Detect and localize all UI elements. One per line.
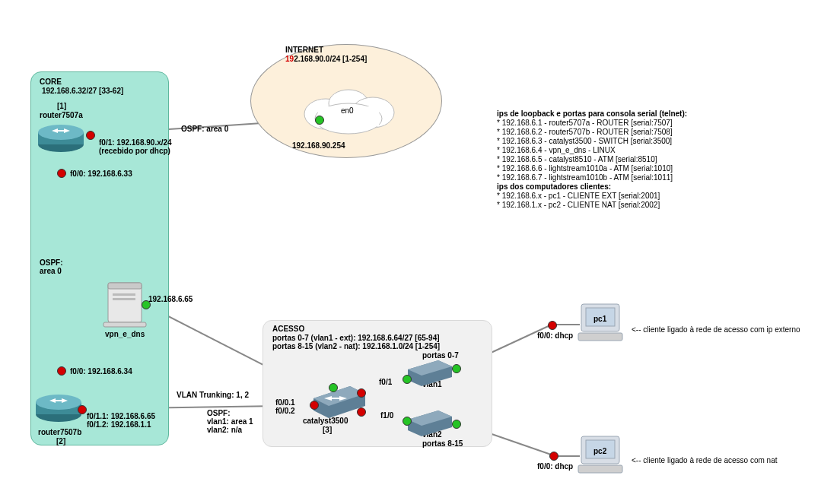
r1-f00: f0/0: 192.168.6.33: [70, 170, 132, 178]
r2-sub2: f0/1.2: 192.168.1.1: [87, 420, 151, 429]
vpn-name: vpn_e_dns: [105, 330, 145, 338]
pc1-desc: <-- cliente ligado à rede de acesso com …: [632, 325, 800, 334]
catalyst-port-r1: [357, 388, 366, 398]
r1-f01-a: f0/1: 192.168.90.x/24: [99, 138, 172, 147]
r2-sub1: f0/1.1: 192.168.6.65: [87, 412, 155, 420]
trunk-label: VLAN Trunking: 1, 2: [177, 391, 249, 399]
catalyst-idx: [3]: [323, 426, 332, 434]
catalyst-f001: f0/0.1: [275, 398, 295, 407]
internet-title: INTERNET: [285, 46, 323, 54]
pc1-port: [548, 321, 557, 330]
vlan1-label: vlan1: [422, 380, 442, 388]
catalyst-f01: f0/1: [379, 378, 392, 386]
catalyst-port-r2: [357, 407, 366, 417]
vlan1-port-right: [452, 364, 461, 373]
acesso-l1: portas 0-7 (vlan1 - ext): 192.168.6.64/2…: [272, 334, 440, 342]
pc2-if: f0/0: dhcp: [537, 462, 573, 471]
trunk-ospf-v1: vlan1: area 1: [207, 417, 253, 426]
vlan2-ports: portas 8-15: [422, 439, 463, 448]
acesso-title: ACESSO: [272, 325, 304, 333]
ospf-core-2: area 0: [40, 267, 62, 275]
pc1-if: f0/0: dhcp: [537, 331, 573, 340]
info-block: ips de loopback e portas para consola se…: [497, 109, 687, 210]
r2-port-f01: [78, 405, 87, 414]
r2-name: router7507b: [38, 428, 81, 436]
vpn-ip: 192.168.6.65: [148, 295, 193, 303]
trunk-ospf-v2: vlan2: n/a: [207, 426, 242, 434]
catalyst-f10: f1/0: [380, 411, 393, 420]
internet-gw-label: 192.168.90.254: [292, 141, 345, 150]
vlan2-port-right: [452, 420, 461, 429]
catalyst-name: catalyst3500: [303, 417, 348, 425]
info-l2: * 192.168.6.2 - router5707b - ROUTER [se…: [497, 128, 687, 137]
r1-port-f01: [86, 131, 95, 140]
info-h2: ips dos computadores clientes:: [497, 182, 687, 192]
catalyst-port-top: [329, 383, 338, 392]
trunk-ospf: OSPF:: [207, 409, 231, 417]
r1-idx: [1]: [57, 102, 66, 110]
cloud-label: en0: [341, 106, 354, 115]
r2-port-f00: [57, 366, 66, 376]
vlan2-port-left: [403, 417, 412, 426]
ospf-core-1: OSPF:: [40, 258, 63, 267]
internet-port: [315, 116, 324, 125]
internet-subnet: 192.168.90.0/24 [1-254]: [285, 55, 367, 63]
core-title: CORE: [40, 78, 62, 86]
svg-rect-35: [578, 333, 622, 341]
catalyst-port-left: [310, 401, 319, 410]
vlan1-ports: portas 0-7: [422, 351, 459, 360]
pc2-label: pc2: [593, 447, 606, 455]
pc2-desc: <-- cliente ligado à rede de acesso com …: [632, 456, 778, 464]
r2-idx: [2]: [56, 437, 65, 445]
info-l7: * 192.168.6.7 - lightstream1010b - ATM […: [497, 173, 687, 182]
info-h1: ips de loopback e portas para consola se…: [497, 109, 687, 119]
info-l1: * 192.168.6.1 - router5707a - ROUTER [se…: [497, 119, 687, 128]
info-l4: * 192.168.6.4 - vpn_e_dns - LINUX: [497, 146, 687, 155]
info-c2: * 192.168.1.x - pc2 - CLIENTE NAT [seria…: [497, 201, 687, 210]
info-l5: * 192.168.6.5 - catalyst8510 - ATM [seri…: [497, 155, 687, 164]
ospf-r1: OSPF: area 0: [181, 125, 228, 133]
info-l3: * 192.168.6.3 - catalyst3500 - SWITCH [s…: [497, 137, 687, 146]
vlan2-label: vlan2: [422, 430, 442, 439]
r1-name: router7507a: [40, 111, 83, 119]
core-subnet: 192.168.6.32/27 [33-62]: [42, 87, 123, 95]
r2-f00: f0/0: 192.168.6.34: [70, 367, 132, 376]
svg-rect-38: [578, 465, 622, 473]
catalyst-f002: f0/0.2: [275, 407, 295, 415]
vpn-port: [142, 300, 151, 309]
pc1-label: pc1: [593, 315, 606, 323]
r1-port-f00: [57, 169, 66, 178]
r1-f01-b: (recebido por dhcp): [99, 147, 170, 155]
pc2-port: [549, 452, 558, 461]
acesso-l2: portas 8-15 (vlan2 - nat): 192.168.1.0/2…: [272, 342, 440, 350]
info-l6: * 192.168.6.6 - lightstream1010a - ATM […: [497, 164, 687, 173]
vlan1-port-left: [403, 375, 412, 384]
info-c1: * 192.168.6.x - pc1 - CLIENTE EXT [seria…: [497, 192, 687, 201]
